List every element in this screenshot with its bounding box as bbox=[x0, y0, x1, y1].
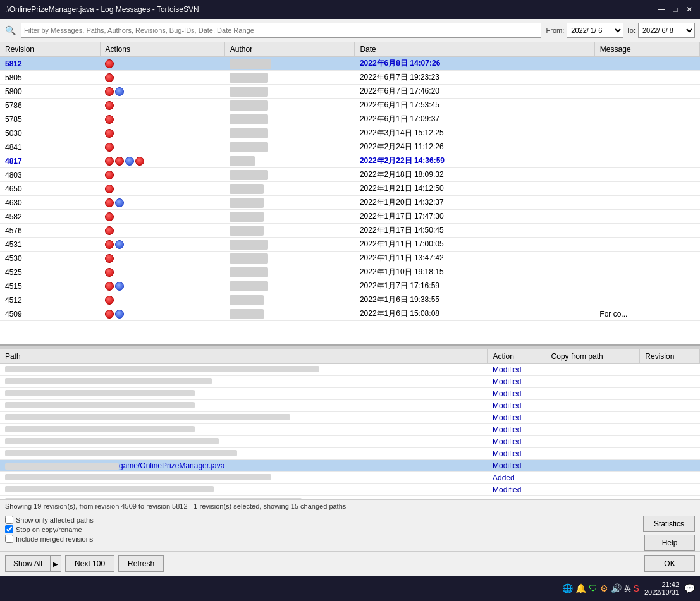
copy-from-path-cell bbox=[546, 484, 640, 496]
next-100-button[interactable]: Next 100 bbox=[65, 555, 114, 572]
col-message: Message bbox=[594, 42, 699, 57]
log-table-row[interactable]: 5812hangchun2022年6月8日 14:07:26 bbox=[0, 57, 700, 71]
stop-on-copy-checkbox[interactable] bbox=[5, 525, 13, 533]
path-table-header: Path Action Copy from path Revision bbox=[0, 349, 700, 364]
action-cell: Modified bbox=[488, 424, 546, 436]
author-cell: hangchun bbox=[224, 126, 355, 140]
show-only-affected-checkbox[interactable] bbox=[5, 516, 13, 524]
maximize-button[interactable]: □ bbox=[670, 4, 681, 15]
path-table-row[interactable]: Modified bbox=[0, 364, 700, 376]
statistics-button[interactable]: Statistics bbox=[643, 516, 695, 532]
action-cell: Modified bbox=[488, 412, 546, 424]
include-merged-checkbox[interactable] bbox=[5, 535, 13, 543]
show-only-affected-row: Show only affected paths bbox=[5, 516, 643, 524]
path-revision-cell bbox=[640, 400, 700, 412]
log-table-row[interactable]: 4530hangchun2022年1月11日 13:47:42 bbox=[0, 252, 700, 265]
copy-from-path-cell bbox=[546, 436, 640, 448]
revision-cell: 4630 bbox=[0, 196, 100, 210]
message-cell bbox=[594, 154, 699, 168]
path-table-row[interactable]: Modified bbox=[0, 400, 700, 412]
log-table-row[interactable]: 4650angchun2022年1月21日 14:12:50 bbox=[0, 182, 700, 196]
log-table-row[interactable]: 4531hangchun2022年1月11日 17:00:05 bbox=[0, 238, 700, 252]
filter-input[interactable] bbox=[21, 23, 541, 38]
actions-cell bbox=[100, 252, 224, 265]
log-table-row[interactable]: 4817i2022年2月22日 14:36:59 bbox=[0, 154, 700, 168]
copy-from-path-cell bbox=[546, 388, 640, 400]
log-table-row[interactable]: 4841hangchun2022年2月24日 11:12:26 bbox=[0, 140, 700, 154]
date-cell: 2022年1月6日 15:08:08 bbox=[355, 307, 594, 321]
path-cell bbox=[0, 388, 488, 400]
message-cell bbox=[594, 265, 699, 279]
from-date-select[interactable]: 2022/ 1/ 6 bbox=[567, 23, 623, 38]
to-date-select[interactable]: 2022/ 6/ 8 bbox=[638, 23, 695, 38]
copy-from-path-cell bbox=[546, 472, 640, 484]
path-table-row[interactable]: Modified bbox=[0, 388, 700, 400]
log-table-row[interactable]: 5030hangchun2022年3月14日 15:12:25 bbox=[0, 126, 700, 140]
refresh-button[interactable]: Refresh bbox=[118, 555, 164, 572]
help-button[interactable]: Help bbox=[644, 535, 695, 551]
path-revision-cell bbox=[640, 364, 700, 376]
revision-cell: 4512 bbox=[0, 293, 100, 307]
path-table-row[interactable]: Added bbox=[0, 472, 700, 484]
action-cell: Added bbox=[488, 472, 546, 484]
path-cell bbox=[0, 412, 488, 424]
log-table-row[interactable]: 5805hangchun2022年6月7日 19:23:23 bbox=[0, 71, 700, 85]
log-table-row[interactable]: 4509angchun2022年1月6日 15:08:08For co... bbox=[0, 307, 700, 321]
actions-cell bbox=[100, 265, 224, 279]
path-revision-cell bbox=[640, 388, 700, 400]
path-table-row[interactable]: Modified bbox=[0, 436, 700, 448]
copy-from-path-cell bbox=[546, 424, 640, 436]
message-cell bbox=[594, 252, 699, 265]
revision-cell: 4531 bbox=[0, 238, 100, 252]
author-cell: angchun bbox=[224, 224, 355, 238]
log-table-row[interactable]: 4512angchun2022年1月6日 19:38:55 bbox=[0, 293, 700, 307]
log-table-row[interactable]: 5800hangchun2022年6月7日 17:46:20 bbox=[0, 85, 700, 99]
ok-button[interactable]: OK bbox=[644, 555, 695, 572]
author-cell: hangchun bbox=[224, 112, 355, 126]
from-label: From: bbox=[546, 27, 565, 34]
taskbar-icons: 🌐 🔔 🛡 ⚙ 🔊 英 S bbox=[562, 583, 639, 593]
author-cell: angchun bbox=[224, 182, 355, 196]
path-table-row[interactable]: game/OnlinePrizeManager.javaModified bbox=[0, 460, 700, 472]
log-table-row[interactable]: 4525hangchun2022年1月10日 19:18:15 bbox=[0, 265, 700, 279]
message-cell bbox=[594, 210, 699, 224]
log-table-row[interactable]: 5786hangchun2022年6月1日 17:53:45 bbox=[0, 99, 700, 112]
search-icon: 🔍 bbox=[5, 25, 16, 35]
path-cell bbox=[0, 472, 488, 484]
app-icon: S bbox=[634, 583, 639, 593]
log-table-container[interactable]: Revision Actions Author Date Message 581… bbox=[0, 42, 700, 344]
log-table-row[interactable]: 4803hangchun2022年2月18日 18:09:32 bbox=[0, 168, 700, 182]
log-table-row[interactable]: 5785hangchun2022年6月1日 17:09:37 bbox=[0, 112, 700, 126]
actions-cell bbox=[100, 182, 224, 196]
path-table-row[interactable]: Modified bbox=[0, 424, 700, 436]
date-cell: 2022年6月1日 17:53:45 bbox=[355, 99, 594, 112]
log-table-row[interactable]: 4576angchun2022年1月17日 14:50:45 bbox=[0, 224, 700, 238]
path-table-row[interactable]: Modified bbox=[0, 448, 700, 460]
path-cell bbox=[0, 400, 488, 412]
log-table-row[interactable]: 4630angchun2022年1月20日 14:32:37 bbox=[0, 196, 700, 210]
close-button[interactable]: ✕ bbox=[684, 4, 695, 15]
log-table-row[interactable]: 4515hangchun2022年1月7日 17:16:59 bbox=[0, 279, 700, 293]
actions-cell bbox=[100, 154, 224, 168]
title-bar: .\OnlinePrizeManager.java - Log Messages… bbox=[0, 0, 700, 19]
copy-from-path-cell bbox=[546, 460, 640, 472]
network-icon: 🌐 bbox=[562, 583, 573, 593]
author-cell: hangchun bbox=[224, 57, 355, 71]
col-author: Author bbox=[224, 42, 355, 57]
log-table-row[interactable]: 4582angchun2022年1月17日 17:47:30 bbox=[0, 210, 700, 224]
action-cell: Modified bbox=[488, 376, 546, 388]
include-merged-label[interactable]: Include merged revisions bbox=[16, 535, 93, 543]
minimize-button[interactable]: — bbox=[656, 4, 667, 15]
taskbar-clock: 21:42 2022/10/31 bbox=[644, 581, 679, 596]
path-table-container[interactable]: Path Action Copy from path Revision Modi… bbox=[0, 349, 700, 499]
show-dropdown-arrow[interactable]: ▶ bbox=[50, 555, 61, 572]
stop-on-copy-label[interactable]: Stop on copy/rename bbox=[16, 526, 82, 533]
actions-cell bbox=[100, 57, 224, 71]
path-table-row[interactable]: Modified bbox=[0, 484, 700, 496]
speaker-icon: 🔊 bbox=[611, 583, 622, 593]
show-button[interactable]: Show All bbox=[5, 555, 50, 572]
path-table-row[interactable]: Modified bbox=[0, 412, 700, 424]
date-range: From: 2022/ 1/ 6 To: 2022/ 6/ 8 bbox=[546, 23, 695, 38]
path-table-row[interactable]: Modified bbox=[0, 376, 700, 388]
show-only-affected-label[interactable]: Show only affected paths bbox=[16, 516, 94, 524]
